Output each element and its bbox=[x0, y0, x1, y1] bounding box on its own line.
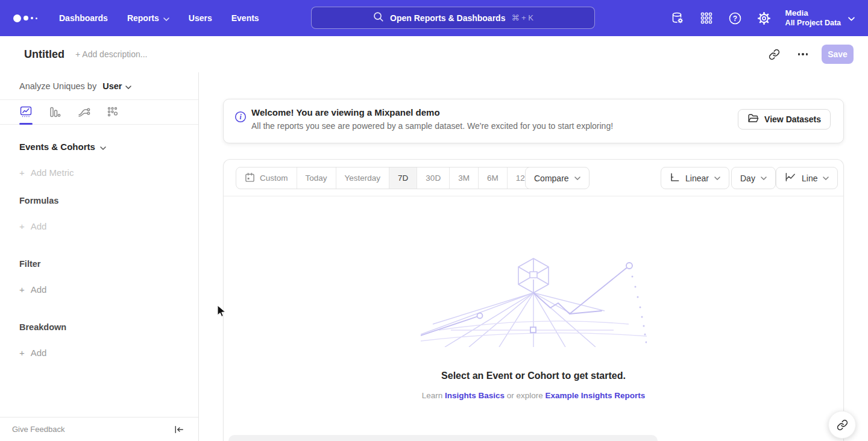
apps-grid-icon[interactable] bbox=[695, 7, 718, 30]
empty-state-illustration bbox=[421, 257, 647, 347]
project-name: Media bbox=[785, 8, 841, 19]
search-label: Open Reports & Dashboards bbox=[390, 13, 505, 23]
nav-label: Users bbox=[189, 13, 212, 23]
settings-gear-icon[interactable] bbox=[753, 7, 776, 30]
range-3m[interactable]: 3M bbox=[450, 167, 479, 189]
folder-icon bbox=[747, 113, 759, 125]
search-shortcut: ⌘ + K bbox=[511, 13, 533, 22]
chevron-down-icon bbox=[823, 177, 829, 180]
search-icon bbox=[373, 11, 384, 25]
chevron-down-icon bbox=[100, 142, 106, 152]
logo-dot-icon bbox=[24, 16, 28, 20]
project-text: Media All Project Data bbox=[785, 8, 841, 28]
analyze-by-row: Analyze Uniques by User bbox=[0, 72, 198, 100]
add-filter-button[interactable]: + Add bbox=[0, 269, 198, 295]
chevron-down-icon bbox=[848, 13, 855, 23]
chevron-down-icon bbox=[714, 177, 720, 180]
example-reports-link[interactable]: Example Insights Reports bbox=[546, 391, 646, 400]
plus-icon: + bbox=[19, 284, 25, 295]
mixpanel-logo[interactable] bbox=[13, 14, 40, 22]
view-datasets-button[interactable]: View Datasets bbox=[738, 109, 831, 130]
chevron-down-icon bbox=[574, 177, 580, 180]
nav-item-reports[interactable]: Reports bbox=[118, 7, 179, 29]
logo-dot-icon bbox=[13, 14, 21, 22]
scale-selector[interactable]: Linear bbox=[661, 167, 729, 189]
nav-label: Dashboards bbox=[59, 13, 108, 23]
compare-button[interactable]: Compare bbox=[525, 167, 590, 189]
plus-icon: + bbox=[19, 167, 25, 178]
visualization-tabs bbox=[0, 100, 198, 125]
calendar-icon bbox=[245, 172, 255, 184]
report-header: Untitled + Add description... Save bbox=[0, 36, 868, 72]
chevron-down-icon bbox=[761, 177, 767, 180]
bottom-panel-peek bbox=[228, 435, 658, 441]
plus-icon: + bbox=[19, 348, 25, 358]
nav-label: Reports bbox=[127, 13, 159, 23]
line-chart-icon bbox=[785, 172, 796, 184]
events-cohorts-header[interactable]: Events & Cohorts bbox=[0, 125, 198, 152]
give-feedback-link[interactable]: Give Feedback bbox=[12, 425, 64, 434]
empty-state-subtitle: Learn Insights Basics or explore Example… bbox=[224, 391, 843, 400]
share-link-fab[interactable] bbox=[828, 411, 856, 439]
date-range-control: Custom Today Yesterday 7D 30D 3M 6M 12M bbox=[236, 167, 541, 189]
tab-flow[interactable] bbox=[77, 100, 90, 125]
app-window: Dashboards Reports Users Events Open Rep… bbox=[0, 0, 868, 441]
global-search[interactable]: Open Reports & Dashboards ⌘ + K bbox=[311, 7, 595, 29]
save-button[interactable]: Save bbox=[822, 45, 854, 64]
top-nav-right: ? bbox=[666, 0, 855, 36]
copy-link-icon[interactable] bbox=[764, 44, 784, 64]
project-switcher[interactable]: Media All Project Data bbox=[785, 8, 855, 28]
nav-item-events[interactable]: Events bbox=[222, 7, 269, 29]
nav-item-dashboards[interactable]: Dashboards bbox=[49, 7, 118, 29]
project-scope: All Project Data bbox=[785, 19, 841, 28]
insights-report-card: Custom Today Yesterday 7D 30D 3M 6M 12M … bbox=[223, 159, 844, 441]
demo-welcome-banner: i Welcome! You are viewing a Mixpanel de… bbox=[223, 99, 844, 143]
tab-insights-line[interactable] bbox=[19, 100, 33, 125]
insights-basics-link[interactable]: Insights Basics bbox=[445, 391, 505, 400]
chevron-down-icon bbox=[163, 13, 169, 23]
top-nav: Dashboards Reports Users Events Open Rep… bbox=[0, 0, 868, 36]
report-title[interactable]: Untitled bbox=[24, 48, 64, 61]
range-yesterday[interactable]: Yesterday bbox=[336, 167, 390, 189]
logo-dot-icon bbox=[36, 17, 37, 19]
tab-scatter[interactable] bbox=[106, 100, 119, 125]
sidebar-footer: Give Feedback bbox=[0, 417, 198, 441]
nav-label: Events bbox=[231, 13, 259, 23]
chart-controls-row: Custom Today Yesterday 7D 30D 3M 6M 12M … bbox=[224, 160, 843, 196]
range-7d[interactable]: 7D bbox=[389, 167, 417, 189]
add-breakdown-button[interactable]: + Add bbox=[0, 332, 198, 358]
more-options-icon[interactable] bbox=[793, 44, 813, 64]
linear-axes-icon bbox=[670, 172, 680, 184]
banner-subtitle: All the reports you see are powered by a… bbox=[251, 121, 613, 131]
logo-dot-icon bbox=[31, 17, 33, 19]
filter-header: Filter bbox=[0, 231, 198, 269]
formulas-header: Formulas bbox=[0, 178, 198, 205]
add-formula-button[interactable]: + Add bbox=[0, 205, 198, 231]
chart-type-selector[interactable]: Line bbox=[776, 167, 838, 189]
empty-state-title: Select an Event or Cohort to get started… bbox=[224, 371, 843, 381]
range-today[interactable]: Today bbox=[297, 167, 336, 189]
banner-title: Welcome! You are viewing a Mixpanel demo bbox=[251, 107, 440, 117]
collapse-sidebar-icon[interactable] bbox=[174, 425, 184, 434]
svg-text:?: ? bbox=[733, 14, 737, 23]
svg-text:i: i bbox=[239, 113, 242, 120]
add-metric-button[interactable]: + Add Metric bbox=[0, 152, 198, 178]
info-icon: i bbox=[234, 111, 247, 125]
analyze-by-dropdown[interactable]: User bbox=[102, 81, 131, 91]
data-management-icon[interactable] bbox=[666, 7, 689, 30]
help-icon[interactable]: ? bbox=[724, 7, 747, 30]
primary-nav: Dashboards Reports Users Events bbox=[49, 7, 269, 29]
report-description-placeholder[interactable]: + Add description... bbox=[75, 49, 147, 59]
range-custom[interactable]: Custom bbox=[236, 167, 297, 189]
nav-item-users[interactable]: Users bbox=[179, 7, 222, 29]
analyze-by-label: Analyze Uniques by bbox=[19, 81, 96, 91]
chevron-down-icon bbox=[125, 81, 131, 91]
header-actions: Save bbox=[764, 44, 854, 64]
range-30d[interactable]: 30D bbox=[417, 167, 450, 189]
tab-bar-chart[interactable] bbox=[48, 100, 61, 125]
breakdown-header: Breakdown bbox=[0, 295, 198, 332]
interval-selector[interactable]: Day bbox=[731, 167, 776, 189]
plus-icon: + bbox=[19, 221, 25, 231]
range-6m[interactable]: 6M bbox=[479, 167, 508, 189]
query-builder-sidebar: Analyze Uniques by User bbox=[0, 72, 199, 441]
